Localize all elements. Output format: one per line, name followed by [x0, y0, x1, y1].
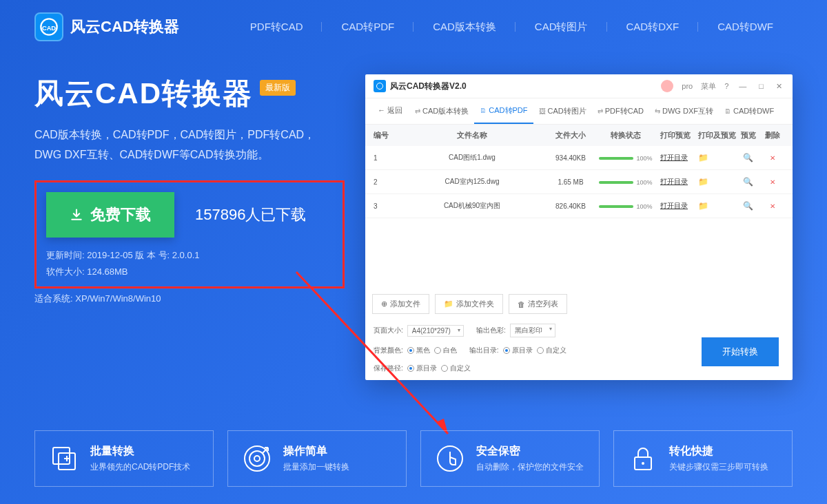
- brand-name: 风云CAD转换器: [70, 17, 179, 37]
- image-icon: 🖼: [539, 107, 546, 115]
- app-tab-cad-pdf[interactable]: 🗎CAD转PDF: [474, 98, 533, 124]
- convert-icon: ⇄: [415, 107, 420, 115]
- app-window-title: 风云CAD转换器V2.0: [390, 81, 467, 92]
- out-src-radio[interactable]: 原目录: [503, 346, 533, 355]
- lock-icon: [628, 443, 658, 474]
- username[interactable]: pro: [682, 82, 693, 90]
- plus-icon: ⊕: [381, 300, 387, 308]
- out-custom-radio[interactable]: 自定义: [537, 346, 566, 355]
- preview-icon[interactable]: 🔍: [743, 201, 753, 211]
- app-tab-cad-dwf[interactable]: 🗎CAD转DWF: [719, 98, 779, 124]
- feature-fast: 转化快捷关键步骤仅需三步即可转换: [613, 430, 793, 487]
- page-size-select[interactable]: A4(210*297): [407, 325, 464, 337]
- table-row: 3CAD机械90室内图826.40KB100%打开目录📁🔍✕: [365, 194, 793, 218]
- open-dir-link[interactable]: 打开目录: [660, 178, 688, 185]
- batch-icon: [49, 443, 79, 474]
- app-logo-icon: [374, 80, 386, 92]
- app-screenshot: 风云CAD转换器V2.0 pro 菜单 ? — □ ✕ ← 返回 ⇄CAD版本转…: [365, 74, 793, 380]
- svg-point-9: [254, 456, 260, 461]
- folder-open-icon[interactable]: 📁: [698, 153, 708, 162]
- minimize-icon[interactable]: —: [737, 82, 748, 90]
- file-icon: 🗎: [724, 107, 731, 115]
- close-icon[interactable]: ✕: [774, 82, 784, 91]
- features-row: 批量转换业界领先的CAD转PDF技术 操作简单批量添加一键转换 安全保密自动删除…: [34, 430, 793, 487]
- nav-cad-version[interactable]: CAD版本转换: [414, 21, 515, 34]
- folder-open-icon[interactable]: 📁: [698, 201, 708, 211]
- app-tab-pdf-cad[interactable]: ⇄PDF转CAD: [592, 98, 649, 124]
- delete-icon[interactable]: ✕: [770, 202, 775, 210]
- app-tab-version[interactable]: ⇄CAD版本转换: [409, 98, 474, 124]
- svg-point-8: [249, 451, 265, 466]
- download-icon: [70, 208, 83, 222]
- feature-batch: 批量转换业界领先的CAD转PDF技术: [34, 430, 214, 487]
- app-toolbar: ⊕添加文件 📁添加文件夹 🗑清空列表: [365, 287, 793, 321]
- svg-point-12: [642, 462, 644, 465]
- touch-icon: [435, 443, 465, 474]
- bg-black-radio[interactable]: 黑色: [407, 346, 430, 355]
- nav-cad-to-dwf[interactable]: CAD转DWF: [698, 21, 793, 34]
- feature-simple: 操作简单批量添加一键转换: [227, 430, 407, 487]
- add-file-button[interactable]: ⊕添加文件: [372, 294, 429, 314]
- version-badge: 最新版: [260, 80, 296, 96]
- clear-list-button[interactable]: 🗑清空列表: [509, 294, 567, 314]
- maximize-icon[interactable]: □: [757, 82, 766, 90]
- save-src-radio[interactable]: 原目录: [407, 364, 437, 373]
- delete-icon[interactable]: ✕: [770, 178, 775, 186]
- svg-text:CAD: CAD: [42, 25, 56, 32]
- target-icon: [242, 443, 272, 474]
- download-highlight-box: 免费下载 157896人已下载 更新时间: 2019-12-05 版 本 号: …: [34, 180, 345, 288]
- start-convert-button[interactable]: 开始转换: [702, 337, 779, 366]
- bg-white-radio[interactable]: 白色: [434, 346, 457, 355]
- nav-cad-to-dxf[interactable]: CAD转DXF: [607, 21, 699, 34]
- pdf-icon: 🗎: [480, 107, 487, 114]
- app-tab-cad-img[interactable]: 🖼CAD转图片: [533, 98, 592, 124]
- app-tabs: ← 返回 ⇄CAD版本转换 🗎CAD转PDF 🖼CAD转图片 ⇄PDF转CAD …: [365, 98, 793, 125]
- nav-cad-to-pdf[interactable]: CAD转PDF: [322, 21, 414, 34]
- folder-open-icon[interactable]: 📁: [698, 177, 708, 187]
- help-icon[interactable]: ?: [724, 82, 728, 90]
- brand-icon: CAD: [34, 12, 63, 41]
- color-select[interactable]: 黑白彩印: [510, 324, 555, 337]
- table-row: 2CAD室内125.dwg1.65 MB100%打开目录📁🔍✕: [365, 170, 793, 194]
- preview-icon[interactable]: 🔍: [743, 153, 753, 162]
- version-meta: 更新时间: 2019-12-05 版 本 号: 2.0.0.1 软件大小: 12…: [46, 247, 333, 281]
- back-button[interactable]: ← 返回: [371, 98, 409, 124]
- preview-icon[interactable]: 🔍: [743, 177, 753, 187]
- hero-left: 风云CAD转换器 最新版 CAD版本转换，CAD转PDF，CAD转图片，PDF转…: [34, 74, 345, 380]
- hero-section: 风云CAD转换器 最新版 CAD版本转换，CAD转PDF，CAD转图片，PDF转…: [0, 54, 827, 380]
- app-tab-dwg-dxf[interactable]: ⇆DWG DXF互转: [649, 98, 719, 124]
- save-custom-radio[interactable]: 自定义: [441, 364, 471, 373]
- top-nav: PDF转CAD CAD转PDF CAD版本转换 CAD转图片 CAD转DXF C…: [231, 21, 793, 34]
- user-avatar-icon[interactable]: [661, 80, 673, 92]
- folder-icon: 📁: [444, 300, 453, 308]
- add-folder-button[interactable]: 📁添加文件夹: [435, 294, 503, 314]
- nav-pdf-to-cad[interactable]: PDF转CAD: [231, 21, 323, 34]
- download-button[interactable]: 免费下载: [46, 192, 174, 238]
- brand-logo[interactable]: CAD 风云CAD转换器: [34, 12, 179, 41]
- hero-title: 风云CAD转换器: [34, 74, 253, 113]
- app-titlebar: 风云CAD转换器V2.0 pro 菜单 ? — □ ✕: [365, 74, 793, 98]
- table-row: 1CAD图纸1.dwg934.40KB100%打开目录📁🔍✕: [365, 146, 793, 170]
- compatibility-text: 适合系统: XP/Win7/Win8/Win10: [34, 293, 345, 305]
- convert-icon: ⇄: [598, 107, 603, 115]
- feature-secure: 安全保密自动删除，保护您的文件安全: [420, 430, 600, 487]
- download-count: 157896人已下载: [195, 204, 306, 225]
- svg-point-2: [377, 83, 383, 90]
- clear-icon: 🗑: [518, 300, 525, 308]
- table-header: 编号 文件名称 文件大小 转换状态 打印预览 打印及预览 预览 删除: [365, 125, 793, 146]
- open-dir-link[interactable]: 打开目录: [660, 154, 688, 161]
- open-dir-link[interactable]: 打开目录: [660, 202, 688, 209]
- user-menu[interactable]: 菜单: [701, 81, 716, 92]
- swap-icon: ⇆: [655, 107, 660, 115]
- nav-cad-to-image[interactable]: CAD转图片: [515, 21, 607, 34]
- header-bar: CAD 风云CAD转换器 PDF转CAD CAD转PDF CAD版本转换 CAD…: [0, 0, 827, 54]
- delete-icon[interactable]: ✕: [770, 154, 775, 162]
- hero-description: CAD版本转换，CAD转PDF，CAD转图片，PDF转CAD， DWG DXF互…: [34, 125, 345, 165]
